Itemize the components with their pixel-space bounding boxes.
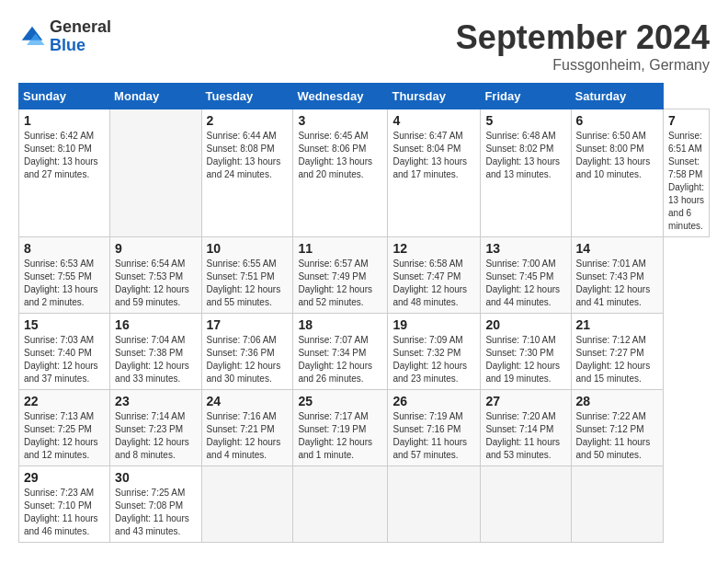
day-info: Sunrise: 6:50 AMSunset: 8:00 PMDaylight:…	[576, 130, 658, 181]
table-row: 9Sunrise: 6:54 AMSunset: 7:53 PMDaylight…	[110, 237, 201, 314]
table-row: 24Sunrise: 7:16 AMSunset: 7:21 PMDayligh…	[201, 390, 293, 466]
day-info: Sunrise: 7:22 AMSunset: 7:12 PMDaylight:…	[576, 410, 658, 462]
day-info: Sunrise: 6:44 AMSunset: 8:08 PMDaylight:…	[207, 130, 289, 181]
table-row: 20Sunrise: 7:10 AMSunset: 7:30 PMDayligh…	[481, 314, 571, 390]
day-number: 20	[485, 317, 565, 332]
day-number: 14	[576, 241, 658, 256]
day-number: 30	[115, 470, 196, 485]
day-info: Sunrise: 7:23 AMSunset: 7:10 PMDaylight:…	[24, 487, 105, 538]
day-info: Sunrise: 7:09 AMSunset: 7:32 PMDaylight:…	[392, 334, 475, 385]
logo-icon	[18, 23, 46, 51]
day-info: Sunrise: 6:54 AMSunset: 7:53 PMDaylight:…	[115, 258, 196, 309]
table-row: 13Sunrise: 7:00 AMSunset: 7:45 PMDayligh…	[481, 237, 571, 314]
table-row: 5Sunrise: 6:48 AMSunset: 8:02 PMDaylight…	[481, 109, 571, 237]
day-number: 16	[115, 317, 196, 332]
day-info: Sunrise: 7:10 AMSunset: 7:30 PMDaylight:…	[485, 334, 565, 385]
table-row	[481, 466, 571, 543]
day-number: 10	[207, 241, 289, 256]
day-number: 21	[576, 317, 658, 332]
table-row	[110, 109, 201, 237]
day-number: 7	[668, 113, 704, 128]
day-info: Sunrise: 6:53 AMSunset: 7:55 PMDaylight:…	[24, 258, 105, 309]
day-number: 9	[115, 241, 196, 256]
logo: General Blue	[18, 18, 111, 55]
col-wednesday: Wednesday	[293, 84, 388, 109]
day-info: Sunrise: 6:42 AMSunset: 8:10 PMDaylight:…	[24, 130, 105, 181]
col-monday: Monday	[110, 84, 201, 109]
day-number: 15	[24, 317, 105, 332]
day-number: 27	[485, 394, 565, 408]
day-info: Sunrise: 7:03 AMSunset: 7:40 PMDaylight:…	[24, 334, 105, 385]
day-info: Sunrise: 7:04 AMSunset: 7:38 PMDaylight:…	[115, 334, 196, 385]
table-row: 28Sunrise: 7:22 AMSunset: 7:12 PMDayligh…	[571, 390, 663, 466]
day-number: 28	[576, 394, 658, 408]
table-row	[201, 466, 293, 543]
table-row: 16Sunrise: 7:04 AMSunset: 7:38 PMDayligh…	[110, 314, 201, 390]
day-number: 13	[485, 241, 565, 256]
table-row: 17Sunrise: 7:06 AMSunset: 7:36 PMDayligh…	[201, 314, 293, 390]
day-info: Sunrise: 6:45 AMSunset: 8:06 PMDaylight:…	[298, 130, 382, 181]
day-info: Sunrise: 6:55 AMSunset: 7:51 PMDaylight:…	[207, 258, 289, 309]
calendar-row: 1Sunrise: 6:42 AMSunset: 8:10 PMDaylight…	[19, 109, 710, 237]
day-number: 26	[392, 394, 475, 408]
calendar-table: Sunday Monday Tuesday Wednesday Thursday…	[18, 83, 710, 543]
day-info: Sunrise: 6:51 AMSunset: 7:58 PMDaylight:…	[668, 130, 704, 233]
day-info: Sunrise: 7:14 AMSunset: 7:23 PMDaylight:…	[115, 410, 196, 462]
calendar-row: 29Sunrise: 7:23 AMSunset: 7:10 PMDayligh…	[19, 466, 710, 543]
table-row: 6Sunrise: 6:50 AMSunset: 8:00 PMDaylight…	[571, 109, 663, 237]
table-row: 29Sunrise: 7:23 AMSunset: 7:10 PMDayligh…	[19, 466, 110, 543]
day-info: Sunrise: 7:06 AMSunset: 7:36 PMDaylight:…	[207, 334, 289, 385]
day-info: Sunrise: 7:01 AMSunset: 7:43 PMDaylight:…	[576, 258, 658, 309]
day-number: 11	[298, 241, 382, 256]
table-row: 1Sunrise: 6:42 AMSunset: 8:10 PMDaylight…	[19, 109, 110, 237]
table-row: 26Sunrise: 7:19 AMSunset: 7:16 PMDayligh…	[388, 390, 481, 466]
day-number: 18	[298, 317, 382, 332]
table-row: 3Sunrise: 6:45 AMSunset: 8:06 PMDaylight…	[293, 109, 388, 237]
table-row: 25Sunrise: 7:17 AMSunset: 7:19 PMDayligh…	[293, 390, 388, 466]
table-row: 15Sunrise: 7:03 AMSunset: 7:40 PMDayligh…	[19, 314, 110, 390]
table-row: 18Sunrise: 7:07 AMSunset: 7:34 PMDayligh…	[293, 314, 388, 390]
day-number: 25	[298, 394, 382, 408]
day-info: Sunrise: 6:57 AMSunset: 7:49 PMDaylight:…	[298, 258, 382, 309]
col-thursday: Thursday	[388, 84, 481, 109]
day-number: 29	[24, 470, 105, 485]
day-number: 5	[485, 113, 565, 128]
day-info: Sunrise: 7:13 AMSunset: 7:25 PMDaylight:…	[24, 410, 105, 462]
table-row: 7Sunrise: 6:51 AMSunset: 7:58 PMDaylight…	[664, 109, 710, 237]
calendar-row: 22Sunrise: 7:13 AMSunset: 7:25 PMDayligh…	[19, 390, 710, 466]
table-row: 10Sunrise: 6:55 AMSunset: 7:51 PMDayligh…	[201, 237, 293, 314]
day-info: Sunrise: 6:47 AMSunset: 8:04 PMDaylight:…	[392, 130, 475, 181]
header-row: Sunday Monday Tuesday Wednesday Thursday…	[19, 84, 710, 109]
col-friday: Friday	[481, 84, 571, 109]
day-number: 23	[115, 394, 196, 408]
logo-general-text: General	[50, 18, 111, 37]
page-header: General Blue September 2024 Fussgonheim,…	[18, 18, 710, 74]
col-saturday: Saturday	[571, 84, 663, 109]
day-info: Sunrise: 6:48 AMSunset: 8:02 PMDaylight:…	[485, 130, 565, 181]
day-number: 12	[392, 241, 475, 256]
day-info: Sunrise: 7:25 AMSunset: 7:08 PMDaylight:…	[115, 487, 196, 538]
col-sunday: Sunday	[19, 84, 110, 109]
table-row: 19Sunrise: 7:09 AMSunset: 7:32 PMDayligh…	[388, 314, 481, 390]
logo-blue-text: Blue	[50, 37, 111, 55]
table-row	[293, 466, 388, 543]
day-info: Sunrise: 7:00 AMSunset: 7:45 PMDaylight:…	[485, 258, 565, 309]
day-info: Sunrise: 7:19 AMSunset: 7:16 PMDaylight:…	[392, 410, 475, 462]
calendar-row: 8Sunrise: 6:53 AMSunset: 7:55 PMDaylight…	[19, 237, 710, 314]
table-row: 27Sunrise: 7:20 AMSunset: 7:14 PMDayligh…	[481, 390, 571, 466]
table-row: 21Sunrise: 7:12 AMSunset: 7:27 PMDayligh…	[571, 314, 663, 390]
day-number: 4	[392, 113, 475, 128]
day-info: Sunrise: 7:12 AMSunset: 7:27 PMDaylight:…	[576, 334, 658, 385]
month-title: September 2024	[456, 18, 710, 57]
day-number: 3	[298, 113, 382, 128]
table-row: 30Sunrise: 7:25 AMSunset: 7:08 PMDayligh…	[110, 466, 201, 543]
table-row: 2Sunrise: 6:44 AMSunset: 8:08 PMDaylight…	[201, 109, 293, 237]
logo-text: General Blue	[50, 18, 111, 55]
day-number: 1	[24, 113, 105, 128]
table-row: 8Sunrise: 6:53 AMSunset: 7:55 PMDaylight…	[19, 237, 110, 314]
title-section: September 2024 Fussgonheim, Germany	[456, 18, 710, 74]
day-number: 6	[576, 113, 658, 128]
day-number: 2	[207, 113, 289, 128]
day-info: Sunrise: 7:07 AMSunset: 7:34 PMDaylight:…	[298, 334, 382, 385]
day-info: Sunrise: 7:16 AMSunset: 7:21 PMDaylight:…	[207, 410, 289, 462]
